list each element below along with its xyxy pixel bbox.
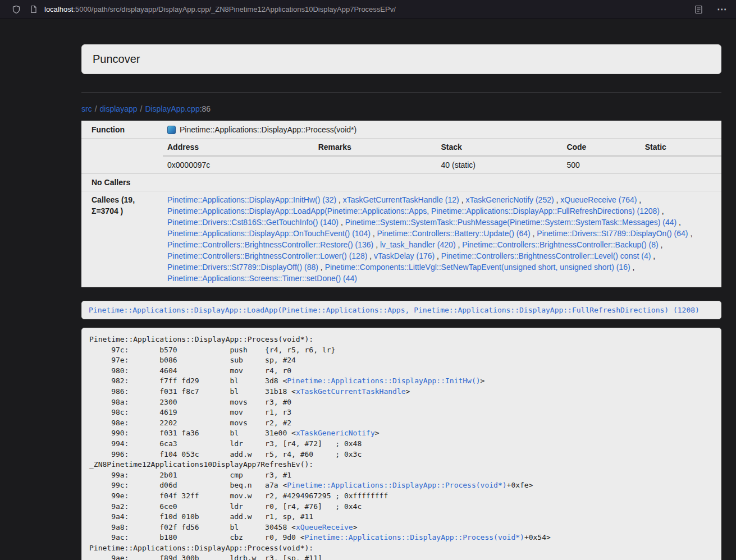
- overflow-menu-icon[interactable]: ⋯: [717, 4, 727, 14]
- stat-remarks-value: [314, 156, 437, 173]
- callees-row: Callees (19, Σ=3704 ) Pinetime::Applicat…: [81, 191, 721, 287]
- callee-separator: ,: [637, 195, 641, 204]
- callee-link[interactable]: Pinetime::Drivers::Cst816S::GetTouchInfo…: [167, 218, 339, 227]
- callee-link[interactable]: Pinetime::Applications::Screens::Timer::…: [167, 274, 357, 283]
- callee-separator: ,: [435, 251, 441, 260]
- callee-link[interactable]: Pinetime::Applications::DisplayApp::Load…: [167, 206, 660, 215]
- stat-address-value: 0x0000097c: [163, 156, 314, 173]
- callee-link[interactable]: Pinetime::Controllers::BrightnessControl…: [462, 240, 658, 249]
- callee-separator: ,: [459, 195, 466, 204]
- code-symbol-link[interactable]: xQueueReceive: [296, 523, 353, 531]
- url-domain: localhost: [44, 5, 73, 13]
- callee-separator: ,: [531, 229, 537, 238]
- callee-link[interactable]: Pinetime::Applications::DisplayApp::Init…: [167, 195, 336, 204]
- callee-link[interactable]: Pinetime::System::SystemTask::PushMessag…: [345, 218, 677, 227]
- function-row: Function Pinetime::Applications::Display…: [81, 121, 721, 139]
- callee-link[interactable]: xTaskGetCurrentTaskHandle (12): [343, 195, 459, 204]
- function-icon: [167, 126, 176, 134]
- breadcrumb-link-src[interactable]: src: [81, 104, 92, 113]
- browser-chrome: localhost:5000/path/src/displayapp/Displ…: [0, 0, 736, 19]
- stats-row: Address Remarks Stack Code Static 0x0000…: [81, 139, 721, 174]
- stats-header-row: Address Remarks Stack Code Static: [163, 139, 721, 156]
- breadcrumb-separator: /: [140, 104, 143, 113]
- tracking-shield-icon[interactable]: [11, 4, 21, 15]
- callee-link[interactable]: xQueueReceive (764): [560, 195, 637, 204]
- callee-link[interactable]: vTaskDelay (176): [374, 251, 435, 260]
- callee-separator: ,: [336, 195, 343, 204]
- col-header-stack: Stack: [437, 139, 563, 156]
- symbol-bar: Pinetime::Applications::DisplayApp::Load…: [81, 301, 721, 319]
- callee-separator: ,: [456, 240, 463, 249]
- callee-separator: ,: [676, 218, 681, 227]
- code-symbol-link[interactable]: Pinetime::Applications::DisplayApp::Init…: [287, 377, 480, 385]
- callee-separator: ,: [318, 263, 325, 272]
- stat-stack-value: 40 (static): [437, 156, 563, 173]
- callee-separator: ,: [688, 229, 693, 238]
- callee-link[interactable]: xTaskGenericNotify (252): [465, 195, 554, 204]
- callee-link[interactable]: Pinetime::Components::LittleVgl::SetNewT…: [325, 263, 630, 272]
- disassembly: Pinetime::Applications::DisplayApp::Proc…: [81, 328, 721, 560]
- callee-link[interactable]: lv_task_handler (420): [380, 240, 456, 249]
- callee-link[interactable]: Pinetime::Controllers::Battery::Update()…: [377, 229, 531, 238]
- col-header-remarks: Remarks: [314, 139, 437, 156]
- line-number-suffix: :86: [200, 104, 211, 113]
- breadcrumb-link-displayapp[interactable]: displayapp: [100, 104, 138, 113]
- no-callers-row: No Callers: [81, 174, 721, 191]
- symbol-bar-link[interactable]: Pinetime::Applications::DisplayApp::Load…: [89, 306, 700, 314]
- page-icon: [29, 4, 39, 15]
- col-header-code: Code: [562, 139, 640, 156]
- callee-separator: ,: [371, 229, 377, 238]
- callees-label: Callees (19, Σ=3704 ): [81, 191, 163, 287]
- callee-link[interactable]: Pinetime::Applications::DisplayApp::OnTo…: [167, 229, 371, 238]
- code-symbol-link[interactable]: xTaskGetCurrentTaskHandle: [296, 387, 406, 396]
- function-name: Pinetime::Applications::DisplayApp::Proc…: [180, 124, 356, 135]
- no-callers-label: No Callers: [81, 174, 163, 191]
- stats-value-row: 0x0000097c 40 (static) 500: [163, 156, 721, 173]
- function-label: Function: [81, 121, 163, 139]
- callee-link[interactable]: Pinetime::Controllers::BrightnessControl…: [167, 240, 373, 249]
- code-symbol-link[interactable]: xTaskGenericNotify: [296, 429, 375, 437]
- callee-link[interactable]: Pinetime::Controllers::BrightnessControl…: [441, 251, 651, 260]
- callee-link[interactable]: Pinetime::Drivers::St7789::DisplayOn() (…: [537, 229, 688, 238]
- stat-static-value: [641, 156, 721, 173]
- callee-link[interactable]: Pinetime::Controllers::BrightnessControl…: [167, 251, 367, 260]
- url-bar[interactable]: localhost:5000/path/src/displayapp/Displ…: [44, 5, 396, 13]
- breadcrumb-link-file[interactable]: DisplayApp.cpp: [145, 104, 199, 113]
- callee-separator: ,: [339, 218, 345, 227]
- callee-separator: ,: [659, 240, 663, 249]
- page-title: Puncover: [93, 53, 140, 65]
- function-table: Function Pinetime::Applications::Display…: [81, 121, 721, 287]
- callee-separator: ,: [367, 251, 374, 260]
- callee-separator: ,: [651, 251, 655, 260]
- reader-view-icon[interactable]: [693, 4, 703, 15]
- stat-code-value: 500: [562, 156, 640, 173]
- stats-table: Address Remarks Stack Code Static 0x0000…: [163, 139, 721, 173]
- app-header: Puncover: [81, 44, 721, 74]
- divider: [81, 92, 721, 93]
- callee-separator: ,: [373, 240, 380, 249]
- callee-separator: ,: [630, 263, 635, 272]
- code-symbol-link[interactable]: Pinetime::Applications::DisplayApp::Proc…: [287, 481, 506, 489]
- callees-cell: Pinetime::Applications::DisplayApp::Init…: [163, 191, 721, 287]
- callee-separator: ,: [660, 206, 664, 215]
- code-symbol-link[interactable]: Pinetime::Applications::DisplayApp::Proc…: [305, 533, 524, 541]
- breadcrumb: src/displayapp/DisplayApp.cpp:86: [81, 104, 721, 113]
- col-header-static: Static: [641, 139, 721, 156]
- col-header-address: Address: [163, 139, 314, 156]
- url-path: :5000/path/src/displayapp/DisplayApp.cpp…: [73, 5, 396, 13]
- page-content: Puncover src/displayapp/DisplayApp.cpp:8…: [81, 44, 721, 560]
- callee-link[interactable]: Pinetime::Drivers::St7789::DisplayOff() …: [167, 263, 318, 272]
- breadcrumb-separator: /: [95, 104, 97, 113]
- callee-separator: ,: [554, 195, 561, 204]
